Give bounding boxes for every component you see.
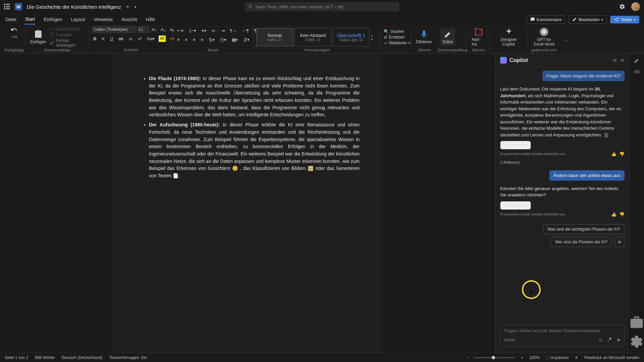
text-predictions[interactable]: Textvorhersagen: Ein <box>109 355 147 360</box>
font-family-select[interactable] <box>92 26 136 33</box>
rtl-button[interactable]: ←¶ <box>241 27 250 34</box>
ltr-button[interactable]: ¶→ <box>229 27 238 34</box>
redo-icon[interactable] <box>11 34 17 40</box>
font-size-select[interactable] <box>137 26 149 33</box>
toolbox-icon[interactable] <box>629 315 644 330</box>
word-count[interactable]: 566 Wörter <box>35 355 55 360</box>
link-rail-icon[interactable] <box>634 68 640 75</box>
zoom-slider[interactable] <box>475 357 515 358</box>
tab-layout[interactable]: Layout <box>70 15 86 24</box>
settings-icon[interactable] <box>619 4 625 10</box>
underline-button[interactable]: U <box>109 36 114 42</box>
document-title[interactable]: Die Geschichte der Künstlichen Intellige… <box>27 4 121 10</box>
reference-toggle[interactable]: 1 Referenz⌄ <box>500 160 625 166</box>
refresh-suggestions-button[interactable]: ⟳ <box>614 237 625 247</box>
app-launcher-icon[interactable] <box>4 4 10 10</box>
bullets-button[interactable]: •−▾ <box>176 27 185 34</box>
numbering-button[interactable]: 1−▾ <box>187 27 198 34</box>
language-indicator[interactable]: Deutsch (Deutschland) <box>61 355 102 360</box>
citation-badge[interactable]: 1 <box>604 133 609 138</box>
attach-icon[interactable]: 🗂 <box>599 338 602 342</box>
align-center-button[interactable]: ≡ <box>184 37 189 43</box>
find-button[interactable]: 🔍Suchen <box>384 29 404 34</box>
style-normal[interactable]: NormalCalibri, 11 <box>256 28 293 46</box>
grow-font-icon[interactable]: A↑ <box>150 26 158 33</box>
thumbs-up-icon[interactable]: 👍 <box>611 151 616 158</box>
copy-button[interactable]: ⿻Kopieren <box>50 33 72 37</box>
ribbon-collapse-icon[interactable]: ⌄ <box>561 26 571 53</box>
multilevel-button[interactable]: ≡▾ <box>200 27 208 34</box>
copy-button[interactable]: ⿻Kopieren <box>500 141 531 149</box>
popout-icon[interactable]: ⧉ <box>613 58 616 63</box>
page-indicator[interactable]: Seite 1 von 2 <box>5 355 28 360</box>
superscript-button[interactable]: x² <box>137 36 143 42</box>
indent-right-button[interactable]: ⇥ <box>220 27 226 34</box>
dictate-button[interactable]: Diktieren <box>414 28 434 46</box>
title-dropdown-icon[interactable]: ▾ <box>135 5 136 9</box>
brightness-icon[interactable]: ☀ <box>575 355 578 360</box>
chevron-down-icon: ▾ <box>601 18 603 21</box>
style-heading1[interactable]: Überschrift 1Calibri Light, 16 <box>333 28 370 46</box>
brush-icon: 🖌 <box>50 41 54 45</box>
settings-rail-icon[interactable] <box>629 335 644 349</box>
share-button[interactable]: Teilen ▾ <box>610 16 639 23</box>
zoom-in-icon[interactable]: + <box>521 355 523 360</box>
tab-einfuegen[interactable]: Einfügen <box>43 15 63 24</box>
justify-button[interactable]: ≡ <box>200 37 205 43</box>
editor-button[interactable]: Editor <box>441 28 455 46</box>
tab-start[interactable]: Start <box>24 14 36 24</box>
search-input[interactable]: Nach Tools, Hilfe und mehr suchen (ALT +… <box>245 2 399 11</box>
line-spacing-button[interactable]: ⇅▾ <box>207 37 216 43</box>
thumbs-up-icon[interactable]: 👍 <box>611 211 616 218</box>
align-left-button[interactable]: ≡ <box>176 37 181 43</box>
highlight-button[interactable]: ab <box>159 36 165 42</box>
strikethrough-button[interactable]: ab <box>117 36 124 42</box>
sort-button[interactable]: ⇵▾ <box>242 37 251 43</box>
edit-rail-icon[interactable] <box>634 57 640 64</box>
send-icon[interactable]: ➤ <box>616 337 621 343</box>
suggestion-pill[interactable]: Was sind die wichtigsten Phasen der KI? <box>543 224 625 234</box>
case-button[interactable]: Aa▾ <box>146 36 156 42</box>
borders-button[interactable]: ▦▾ <box>230 37 239 43</box>
feedback-link[interactable]: Feedback an Microsoft senden <box>584 355 639 360</box>
fit-button[interactable]: ⛶ Anpassen <box>546 355 569 360</box>
tab-hilfe[interactable]: Hilfe <box>145 15 156 24</box>
paste-button[interactable]: Einfügen <box>28 28 48 46</box>
thumbs-down-icon[interactable]: 👎 <box>619 211 625 218</box>
italic-button[interactable]: K <box>100 36 106 42</box>
list-item: Der Aufschwung (1980-heute): In dieser P… <box>149 121 360 180</box>
format-painter-button[interactable]: 🖌Format übertragen <box>50 38 86 48</box>
close-icon[interactable]: ✕ <box>620 57 625 64</box>
replace-button[interactable]: ⇄Ersetzen <box>384 35 405 40</box>
bold-button[interactable]: B <box>92 36 98 42</box>
align-right-button[interactable]: ≡ <box>192 37 197 43</box>
gpt-button[interactable]: GPT for Excel Word <box>530 26 558 48</box>
thumbs-down-icon[interactable]: 👎 <box>619 151 625 158</box>
comments-label: Kommentare <box>537 17 561 22</box>
tab-verweise[interactable]: Verweise <box>93 15 114 24</box>
zoom-level[interactable]: 100% <box>529 355 540 360</box>
styles-expand[interactable]: ▴▾ <box>371 34 373 41</box>
undo-icon[interactable] <box>11 26 17 33</box>
edit-dropdown[interactable]: Bearbeiten ▾ <box>569 15 607 24</box>
tab-datei[interactable]: Datei <box>5 15 17 24</box>
document-area[interactable]: Die Flaute (1974-1980): In dieser Phase … <box>0 54 495 353</box>
shading-button[interactable]: ◫▾ <box>219 37 228 43</box>
cut-button[interactable]: ✂Ausschneiden <box>50 27 80 32</box>
user-message: Frage: Wann begann die moderne KI? <box>542 71 625 81</box>
copy-button[interactable]: ⿻Kopieren <box>500 201 531 210</box>
addins-button[interactable]: Add-Ins <box>470 26 487 48</box>
style-kein-abstand[interactable]: Kein AbstandCalibri, 11 <box>294 28 331 46</box>
shrink-font-icon[interactable]: A↓ <box>159 26 167 33</box>
designer-button[interactable]: Designer Copilot <box>493 26 524 48</box>
tab-ansicht[interactable]: Ansicht <box>121 15 138 24</box>
comments-button[interactable]: Kommentare <box>527 15 565 24</box>
zoom-out-icon[interactable]: − <box>466 355 469 360</box>
mic-icon[interactable]: 🎤 <box>607 338 612 342</box>
user-avatar[interactable] <box>631 2 640 11</box>
select-button[interactable]: ▭Markieren▾ <box>384 41 410 45</box>
copilot-input[interactable] <box>504 328 621 333</box>
subscript-button[interactable]: x₂ <box>127 36 134 42</box>
suggestion-pill[interactable]: Wer sind die Pioniere der KI? <box>551 237 612 247</box>
indent-left-button[interactable]: ⇤ <box>211 27 217 34</box>
